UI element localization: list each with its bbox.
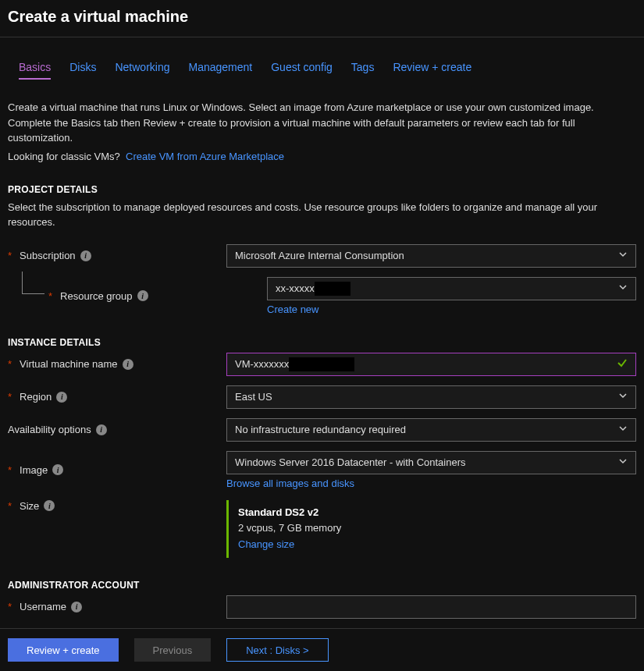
chevron-down-icon bbox=[618, 282, 628, 294]
checkmark-icon bbox=[617, 357, 628, 371]
image-label: Image bbox=[20, 464, 48, 476]
tab-bar: Basics Disks Networking Management Guest… bbox=[8, 61, 636, 86]
required-indicator: * bbox=[48, 290, 52, 302]
vm-name-label: Virtual machine name bbox=[20, 358, 118, 370]
intro-text: Create a virtual machine that runs Linux… bbox=[8, 100, 636, 146]
availability-select[interactable]: No infrastructure redundancy required bbox=[226, 418, 636, 442]
info-icon[interactable]: i bbox=[52, 464, 63, 475]
vm-name-value: VM-xxxxxxx bbox=[235, 358, 289, 370]
next-button[interactable]: Next : Disks > bbox=[226, 638, 329, 662]
subscription-select[interactable]: Microsoft Azure Internal Consumption bbox=[226, 244, 636, 268]
classic-vm-link[interactable]: Create VM from Azure Marketplace bbox=[126, 151, 284, 162]
chevron-down-icon bbox=[618, 424, 628, 435]
chevron-down-icon bbox=[618, 250, 628, 261]
info-icon[interactable]: i bbox=[96, 424, 107, 435]
instance-details-title: INSTANCE DETAILS bbox=[8, 337, 636, 348]
size-label: Size bbox=[20, 500, 39, 512]
availability-value: No infrastructure redundancy required bbox=[235, 424, 406, 435]
project-details-desc: Select the subscription to manage deploy… bbox=[8, 200, 636, 230]
size-display: Standard DS2 v2 2 vcpus, 7 GB memory Cha… bbox=[226, 500, 636, 558]
create-new-rg-link[interactable]: Create new bbox=[267, 304, 636, 315]
review-create-button[interactable]: Review + create bbox=[8, 638, 119, 662]
required-indicator: * bbox=[8, 464, 12, 476]
tab-management[interactable]: Management bbox=[189, 61, 253, 80]
required-indicator: * bbox=[8, 601, 12, 612]
header-divider bbox=[0, 37, 644, 37]
tree-connector bbox=[22, 272, 44, 294]
region-select[interactable]: East US bbox=[226, 385, 636, 409]
size-name: Standard DS2 v2 bbox=[238, 505, 627, 521]
image-value: Windows Server 2016 Datacenter - with Co… bbox=[235, 456, 466, 468]
info-icon[interactable]: i bbox=[80, 250, 91, 261]
info-icon[interactable]: i bbox=[137, 290, 148, 301]
info-icon[interactable]: i bbox=[56, 392, 67, 403]
region-value: East US bbox=[235, 391, 272, 403]
redacted-block bbox=[289, 357, 354, 371]
subscription-value: Microsoft Azure Internal Consumption bbox=[235, 250, 404, 261]
resource-group-select[interactable]: xx-xxxxx bbox=[267, 277, 636, 300]
classic-vm-text: Looking for classic VMs? bbox=[8, 151, 120, 162]
info-icon[interactable]: i bbox=[44, 500, 55, 511]
vm-name-input[interactable]: VM-xxxxxxx bbox=[226, 353, 636, 376]
tab-basics[interactable]: Basics bbox=[19, 61, 51, 80]
required-indicator: * bbox=[8, 500, 12, 512]
project-details-title: PROJECT DETAILS bbox=[8, 184, 636, 195]
chevron-down-icon bbox=[618, 456, 628, 468]
tab-review-create[interactable]: Review + create bbox=[393, 61, 471, 80]
tab-networking[interactable]: Networking bbox=[115, 61, 169, 80]
classic-vm-prompt: Looking for classic VMs? Create VM from … bbox=[8, 151, 636, 162]
browse-images-link[interactable]: Browse all images and disks bbox=[226, 478, 636, 489]
subscription-label: Subscription bbox=[20, 250, 76, 261]
region-label: Region bbox=[20, 391, 52, 403]
info-icon[interactable]: i bbox=[71, 602, 82, 612]
required-indicator: * bbox=[8, 391, 12, 403]
tab-disks[interactable]: Disks bbox=[69, 61, 96, 80]
size-specs: 2 vcpus, 7 GB memory bbox=[238, 520, 627, 537]
resource-group-label: Resource group bbox=[60, 290, 133, 302]
page-title: Create a virtual machine bbox=[0, 0, 644, 37]
required-indicator: * bbox=[8, 358, 12, 370]
admin-account-title: ADMINISTRATOR ACCOUNT bbox=[8, 580, 636, 591]
availability-label: Availability options bbox=[8, 424, 91, 435]
image-select[interactable]: Windows Server 2016 Datacenter - with Co… bbox=[226, 451, 636, 474]
tab-guest-config[interactable]: Guest config bbox=[271, 61, 333, 80]
username-label: Username bbox=[20, 601, 66, 612]
info-icon[interactable]: i bbox=[123, 359, 133, 370]
username-input[interactable] bbox=[226, 595, 636, 619]
redacted-block bbox=[315, 282, 350, 296]
footer-bar: Review + create Previous Next : Disks > bbox=[0, 628, 644, 671]
resource-group-value: xx-xxxxx bbox=[276, 282, 315, 294]
required-indicator: * bbox=[8, 250, 12, 261]
previous-button[interactable]: Previous bbox=[134, 638, 212, 662]
change-size-link[interactable]: Change size bbox=[238, 538, 294, 550]
tab-tags[interactable]: Tags bbox=[351, 61, 375, 80]
chevron-down-icon bbox=[618, 391, 628, 403]
